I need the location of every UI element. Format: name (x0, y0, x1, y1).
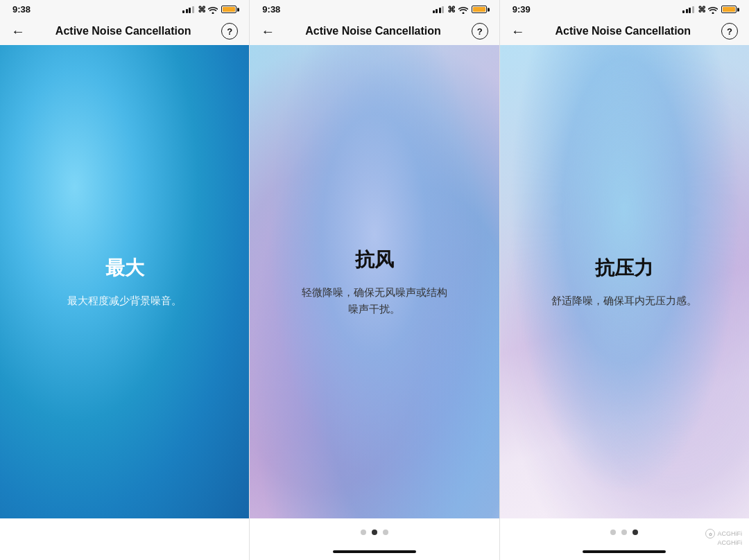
dot-indicator-1 (372, 530, 377, 535)
status-bar: 9:39 ⌘ (500, 0, 749, 17)
mode-description: 最大程度减少背景噪音。 (67, 292, 182, 309)
page-dots (0, 518, 249, 546)
status-bar: 9:38 ⌘ (250, 0, 499, 17)
phone-panel-1: 9:38 ⌘ ← Active Noise Cancellation ? (0, 0, 250, 560)
wifi-icon: ⌘ (198, 5, 218, 15)
help-button[interactable]: ? (221, 23, 238, 40)
dot-indicator-0 (361, 530, 366, 535)
watermark-text-2: ACGHiFi (717, 539, 742, 546)
page-dots (250, 518, 499, 546)
dot-indicator-1 (122, 530, 128, 535)
status-time: 9:38 (12, 4, 31, 15)
status-bar: 9:38 ⌘ (0, 0, 249, 17)
battery-icon (221, 6, 236, 13)
back-button[interactable]: ← (511, 24, 525, 40)
help-button[interactable]: ? (472, 23, 488, 40)
dot-indicator-1 (621, 530, 627, 535)
dot-indicator-2 (383, 530, 388, 535)
battery-icon (721, 6, 737, 13)
nav-bar: ← Active Noise Cancellation ? (0, 17, 249, 45)
nav-title: Active Noise Cancellation (305, 25, 441, 37)
battery-icon (472, 6, 487, 13)
mode-title: 抗风 (355, 247, 394, 273)
watermark-text-1: ACGHiFi (717, 530, 742, 537)
dot-indicator-2 (133, 530, 139, 535)
watermark-logo: ✿ ACGHiFi (705, 529, 742, 539)
nav-title: Active Noise Cancellation (556, 25, 691, 37)
help-button[interactable]: ? (721, 23, 738, 40)
wifi-icon: ⌘ (447, 5, 467, 15)
content-area: 抗风 轻微降噪，确保无风噪声或结构噪声干扰。 (277, 233, 472, 331)
home-indicator (583, 550, 666, 553)
signal-icon (182, 6, 194, 13)
dot-indicator-2 (632, 530, 638, 535)
dot-indicator-0 (610, 530, 616, 535)
signal-icon (433, 6, 445, 13)
nav-title: Active Noise Cancellation (55, 25, 191, 37)
watermark: ✿ ACGHiFi ACGHiFi (705, 529, 742, 546)
mode-description: 舒适降噪，确保耳内无压力感。 (551, 292, 697, 309)
phone-panel-2: 9:38 ⌘ ← Active Noise Cancellation ? (250, 0, 499, 560)
content-area: 抗压力 舒适降噪，确保耳内无压力感。 (531, 241, 718, 323)
watermark-circle: ✿ (705, 529, 715, 539)
back-button[interactable]: ← (261, 24, 275, 40)
content-area: 最大 最大程度减少背景噪音。 (46, 241, 203, 323)
status-time: 9:39 (513, 4, 531, 15)
gradient-background: 抗风 轻微降噪，确保无风噪声或结构噪声干扰。 (250, 45, 499, 518)
home-indicator (333, 550, 416, 553)
gradient-background: 最大 最大程度减少背景噪音。 (0, 45, 249, 518)
dot-indicator-0 (111, 530, 117, 535)
home-indicator (83, 550, 166, 553)
status-time: 9:38 (262, 4, 280, 15)
status-icons: ⌘ (433, 5, 487, 15)
back-button[interactable]: ← (11, 24, 25, 40)
nav-bar: ← Active Noise Cancellation ? (250, 17, 499, 45)
wifi-icon: ⌘ (698, 5, 718, 15)
status-icons: ⌘ (182, 5, 236, 15)
phone-panel-3: 9:39 ⌘ ← Active Noise Cancellation ? (500, 0, 749, 560)
mode-title: 最大 (105, 255, 144, 281)
mode-description: 轻微降噪，确保无风噪声或结构噪声干扰。 (298, 284, 451, 317)
mode-title: 抗压力 (595, 255, 653, 281)
nav-bar: ← Active Noise Cancellation ? (500, 17, 749, 45)
gradient-background: 抗压力 舒适降噪，确保耳内无压力感。 (500, 45, 749, 518)
status-icons: ⌘ (682, 5, 737, 15)
signal-icon (682, 6, 694, 13)
